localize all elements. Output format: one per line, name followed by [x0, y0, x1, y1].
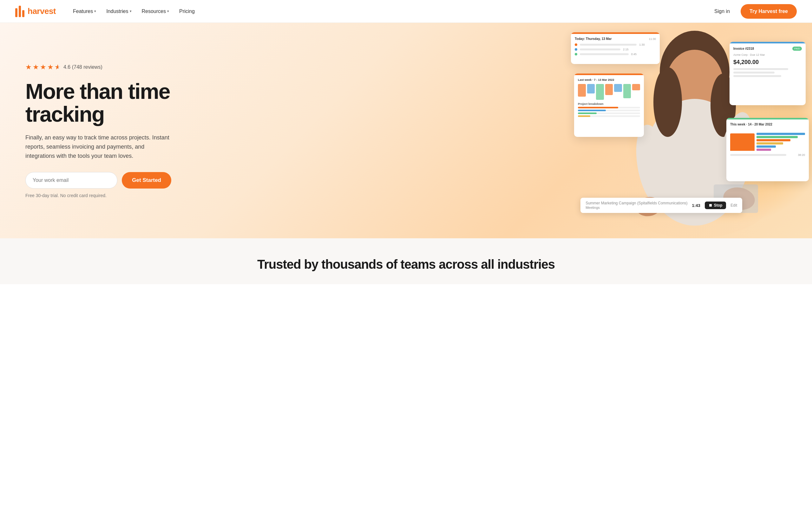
ui-card-timesheet-list: Last week · 7 - 13 Mar 2022 Project brea…: [574, 73, 644, 137]
svg-point-4: [653, 67, 682, 137]
nav-right: Sign in Try Harvest free: [710, 4, 797, 19]
star-2: ★: [33, 63, 39, 71]
nav-features[interactable]: Features ▾: [68, 6, 101, 17]
trusted-section: Trusted by thousands of teams across all…: [0, 238, 812, 284]
get-started-button[interactable]: Get Started: [122, 172, 171, 188]
ui-card-invoice: Invoice #2318 PAID Acme Corp · Due 12 Ma…: [729, 42, 806, 105]
ui-card-timesheet-top: Today: Thursday, 13 Mar 11:30 1:30 2:15 …: [571, 32, 660, 64]
star-rating: ★ ★ ★ ★ ★ ★: [26, 63, 61, 71]
logo-icon: [15, 6, 24, 17]
logo-text: harvest: [28, 6, 56, 16]
star-3: ★: [40, 63, 46, 71]
nav-links: Features ▾ Industries ▾ Resources ▾ Pric…: [68, 6, 710, 17]
chevron-down-icon: ▾: [94, 9, 96, 13]
star-5-half: ★ ★: [55, 63, 61, 71]
rating-row: ★ ★ ★ ★ ★ ★ 4.6 (748 reviews): [26, 63, 171, 71]
hero-subtext: Finally, an easy way to track time acros…: [26, 133, 171, 160]
star-1: ★: [26, 63, 32, 71]
hero-section: ★ ★ ★ ★ ★ ★ 4.6 (748 reviews) More than …: [0, 23, 812, 238]
try-harvest-free-button[interactable]: Try Harvest free: [741, 4, 797, 19]
timer-stop-button[interactable]: ⏹ Stop: [705, 202, 726, 209]
chevron-down-icon: ▾: [130, 9, 132, 13]
star-4: ★: [47, 63, 54, 71]
navigation: harvest Features ▾ Industries ▾ Resource…: [0, 0, 812, 23]
timer-bar: Summer Marketing Campaign (Spitalfields …: [580, 198, 742, 213]
hero-content: ★ ★ ★ ★ ★ ★ 4.6 (748 reviews) More than …: [0, 44, 197, 217]
trial-text: Free 30-day trial. No credit card requir…: [26, 193, 171, 198]
nav-resources[interactable]: Resources ▾: [137, 6, 173, 17]
nav-industries[interactable]: Industries ▾: [102, 6, 136, 17]
email-input[interactable]: [26, 172, 117, 188]
sign-in-link[interactable]: Sign in: [710, 6, 734, 17]
trusted-heading: Trusted by thousands of teams across all…: [26, 257, 786, 272]
stop-icon: ⏹: [709, 203, 712, 208]
cta-row: Get Started: [26, 172, 171, 188]
hero-heading: More than time tracking: [26, 80, 171, 125]
nav-pricing[interactable]: Pricing: [175, 6, 199, 17]
rating-score: 4.6 (748 reviews): [63, 64, 102, 70]
logo[interactable]: harvest: [15, 6, 56, 17]
timer-time-display: 1:43: [692, 203, 700, 208]
timer-project-info: Summer Marketing Campaign (Spitalfields …: [586, 201, 687, 210]
ui-card-reports: This week · 14 - 20 Mar 2022 38:20: [726, 118, 809, 181]
timer-edit-button[interactable]: Edit: [730, 203, 737, 208]
chevron-down-icon: ▾: [167, 9, 169, 13]
